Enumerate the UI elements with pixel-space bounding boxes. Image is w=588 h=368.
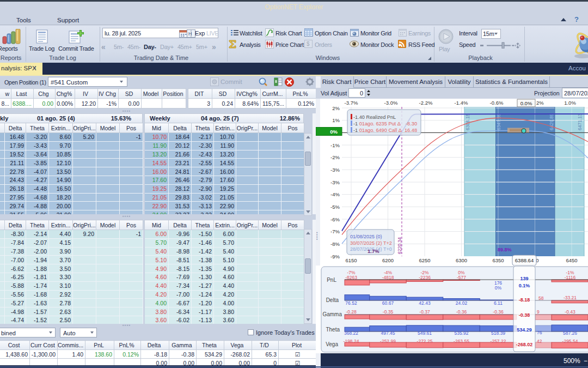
svg-text:0%: 0% bbox=[495, 285, 502, 291]
svg-text:-8.30: -8.30 bbox=[406, 121, 417, 126]
svg-text:6388.64: 6388.64 bbox=[515, 257, 534, 263]
svg-text:Theta: Theta bbox=[326, 327, 340, 333]
svg-text:-252.99: -252.99 bbox=[380, 339, 396, 344]
svg-text:2%: 2% bbox=[536, 100, 544, 106]
svg-text:9: 9 bbox=[537, 309, 540, 315]
svg-text:-1 01ago. 6235 Put Δ: -1 01ago. 6235 Put Δ bbox=[353, 121, 401, 126]
svg-text:-2236: -2236 bbox=[419, 275, 431, 280]
svg-text:89.8%: 89.8% bbox=[498, 247, 512, 252]
svg-text:-0.35: -0.35 bbox=[383, 309, 394, 315]
svg-text:549.61: 549.61 bbox=[418, 330, 432, 336]
svg-text:-0.36: -0.36 bbox=[456, 309, 467, 315]
svg-text:PnL: PnL bbox=[327, 277, 336, 283]
svg-text:-0.37: -0.37 bbox=[419, 309, 430, 315]
svg-text:0.0%: 0.0% bbox=[520, 100, 532, 106]
svg-text:6.11: 6.11 bbox=[494, 300, 503, 306]
svg-text:-0.6%: -0.6% bbox=[490, 100, 504, 106]
svg-text:-5%: -5% bbox=[330, 204, 340, 210]
svg-text:6220.34: 6220.34 bbox=[397, 237, 402, 254]
svg-text:Vega: Vega bbox=[326, 341, 338, 347]
svg-text:-7%: -7% bbox=[330, 228, 340, 234]
svg-text:-9%: -9% bbox=[330, 254, 340, 260]
svg-text:76.52: 76.52 bbox=[345, 300, 357, 306]
svg-text:-257.22: -257.22 bbox=[491, 339, 506, 344]
svg-text:-3%: -3% bbox=[330, 179, 340, 185]
svg-text:1.7%: 1.7% bbox=[367, 248, 379, 254]
svg-text:-268.02: -268.02 bbox=[516, 342, 533, 347]
svg-text:-263.55: -263.55 bbox=[454, 339, 469, 344]
svg-text:24.02: 24.02 bbox=[456, 300, 468, 306]
svg-text:497.45: 497.45 bbox=[381, 330, 395, 336]
svg-text:-1116: -1116 bbox=[565, 275, 576, 280]
svg-text:-577: -577 bbox=[457, 275, 466, 280]
svg-text:1.0%: 1.0% bbox=[564, 100, 576, 106]
svg-text:535.92: 535.92 bbox=[455, 330, 469, 336]
svg-text:58: 58 bbox=[538, 295, 544, 301]
svg-text:-0.28: -0.28 bbox=[346, 309, 357, 315]
svg-text:-8%: -8% bbox=[330, 241, 340, 247]
svg-text:368.22: 368.22 bbox=[344, 330, 358, 336]
svg-text:-3%: -3% bbox=[330, 167, 340, 173]
svg-text:-33.21: -33.21 bbox=[564, 295, 577, 300]
svg-text:6347.39: 6347.39 bbox=[496, 113, 501, 130]
svg-text:-6%: -6% bbox=[330, 216, 340, 222]
svg-text:-0.36: -0.36 bbox=[493, 309, 504, 315]
svg-text:534.29: 534.29 bbox=[517, 327, 532, 333]
svg-text:6306.15: 6306.15 bbox=[465, 113, 470, 130]
svg-text:6471.13: 6471.13 bbox=[577, 113, 583, 130]
svg-text:-295.54: -295.54 bbox=[562, 339, 578, 344]
svg-text:-0.38: -0.38 bbox=[519, 312, 530, 318]
svg-text:30/07/2025 (2) T+2: 30/07/2025 (2) T+2 bbox=[350, 240, 392, 246]
svg-text:6450: 6450 bbox=[566, 257, 577, 263]
svg-text:-3.7%: -3.7% bbox=[345, 100, 358, 106]
svg-text:6429.89: 6429.89 bbox=[549, 113, 554, 130]
svg-text:6300: 6300 bbox=[456, 257, 467, 263]
svg-text:42.43: 42.43 bbox=[419, 300, 431, 306]
svg-text:139: 139 bbox=[520, 276, 528, 281]
svg-text:16.48: 16.48 bbox=[405, 128, 417, 133]
svg-text:6200: 6200 bbox=[382, 257, 394, 263]
svg-text:$: $ bbox=[307, 41, 310, 47]
svg-text:Gamma: Gamma bbox=[322, 311, 342, 317]
svg-text:-1.40 Realized PnL: -1.40 Realized PnL bbox=[353, 114, 396, 120]
svg-text:01/08/2025 (0): 01/08/2025 (0) bbox=[350, 234, 382, 239]
svg-text:-2%: -2% bbox=[330, 154, 340, 160]
svg-text:-3.0%: -3.0% bbox=[384, 100, 398, 106]
svg-text:2%: 2% bbox=[332, 105, 340, 111]
svg-text:-4%: -4% bbox=[330, 191, 340, 197]
svg-text:-4818: -4818 bbox=[382, 275, 394, 280]
svg-text:587.26: 587.26 bbox=[563, 330, 577, 336]
svg-text:-198.24: -198.24 bbox=[344, 339, 359, 344]
svg-text:-0.43: -0.43 bbox=[565, 309, 575, 315]
svg-text:0.1%: 0.1% bbox=[519, 283, 530, 288]
svg-text:-1 01ago. 6490 Call Δ: -1 01ago. 6490 Call Δ bbox=[353, 128, 402, 133]
svg-text:6350: 6350 bbox=[492, 257, 504, 263]
svg-text:-8263: -8263 bbox=[345, 275, 357, 280]
svg-text:6150: 6150 bbox=[345, 257, 357, 263]
svg-text:-1.4%: -1.4% bbox=[455, 100, 468, 106]
svg-text:-8.18: -8.18 bbox=[519, 297, 530, 303]
svg-text:0%: 0% bbox=[330, 129, 338, 135]
svg-text:H: H bbox=[188, 31, 192, 37]
svg-text:1%: 1% bbox=[332, 117, 340, 123]
svg-text:6250: 6250 bbox=[419, 257, 430, 263]
svg-text:60.67: 60.67 bbox=[382, 300, 394, 306]
svg-text:-2.2%: -2.2% bbox=[419, 100, 433, 106]
svg-text:-272.25: -272.25 bbox=[417, 339, 433, 344]
svg-text:-1%: -1% bbox=[330, 142, 340, 148]
svg-text:Delta: Delta bbox=[326, 297, 339, 303]
svg-text:518.39: 518.39 bbox=[491, 330, 505, 336]
